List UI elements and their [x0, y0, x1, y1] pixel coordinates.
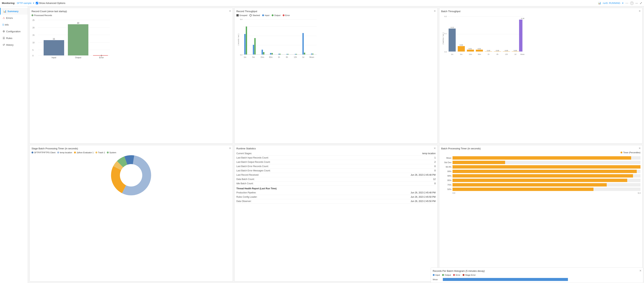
stat-label-1: Last Batch Input Records Count:	[236, 156, 269, 159]
jython-dot	[74, 152, 76, 153]
svg-text:25: 25	[32, 19, 35, 21]
stage-batch-close[interactable]: ✕	[229, 147, 231, 150]
minimize-icon[interactable]: —	[636, 2, 638, 5]
donut-container	[32, 155, 231, 196]
batch-throughput-chart: ( batches / sec ) 0.2 0.1 0.0 0.12 0.03 …	[441, 14, 640, 64]
show-advanced-label[interactable]: Show Advanced Options	[36, 2, 66, 5]
temp-label: temp location	[60, 151, 72, 154]
svg-rect-79	[519, 20, 522, 52]
legend-error: Error	[283, 14, 290, 17]
svg-rect-40	[295, 54, 296, 55]
svg-text:0.00: 0.00	[514, 50, 517, 52]
show-advanced-checkbox[interactable]	[36, 2, 38, 4]
hbar-mean: Mean	[441, 156, 640, 160]
sidebar-label-errors: Errors	[6, 17, 13, 20]
sidebar-item-info[interactable]: ℹ Info	[0, 21, 28, 28]
hbar-track-stddev	[452, 161, 640, 164]
svg-text:0.00: 0.00	[487, 50, 490, 52]
rpb-stage-error-dot	[462, 274, 464, 276]
svg-text:6h: 6h	[496, 53, 498, 55]
sidebar-item-errors[interactable]: ⚠ Errors	[0, 15, 28, 21]
hbar-50: 50%	[441, 188, 640, 191]
hbar-98: 98%	[441, 174, 640, 177]
output-bar	[68, 24, 88, 56]
stat-row-5: Last Record Received: Jun 26, 2023 2:45:…	[236, 173, 436, 177]
error-dot	[283, 14, 284, 16]
health-value-0: Jun 26, 2023 2:45:48 PM	[410, 191, 436, 194]
record-throughput-close[interactable]: ✕	[434, 10, 436, 13]
sidebar-item-history[interactable]: ↺ History	[0, 42, 28, 48]
health-value-1: Jun 26, 2023 2:45:50 PM	[410, 196, 436, 198]
rpb-stage-error-label: Stage Error	[465, 274, 476, 276]
svg-rect-43	[304, 53, 305, 55]
health-value-2: Jun 26, 2023 2:45:50 PM	[410, 200, 436, 202]
stat-value-3: 0	[434, 165, 436, 168]
svg-rect-73	[494, 51, 501, 52]
timer-label: Timer (Percentiles)	[623, 151, 640, 154]
hbar-track-mean	[452, 156, 640, 160]
rpb-output-label: Output	[445, 274, 451, 276]
runtime-stats-close[interactable]: ✕	[434, 147, 436, 150]
rpb-output-dot	[442, 274, 444, 276]
sidebar-item-configuration[interactable]: ⚙ Configuration	[0, 28, 28, 35]
rpb-error-label: Error	[456, 274, 460, 276]
svg-rect-31	[254, 38, 256, 55]
run-badge[interactable]: run5: RUNNING	[603, 2, 620, 5]
svg-text:11: 11	[53, 38, 55, 40]
grouped-label: Grouped	[240, 14, 248, 17]
hbar-fill-99	[452, 170, 637, 173]
sftp-label: SFTP/FTP/FTPS Client	[34, 151, 56, 154]
record-count-close[interactable]: ✕	[229, 10, 231, 13]
rpb-input-label: Input	[435, 274, 440, 276]
svg-text:0.01: 0.01	[469, 48, 472, 50]
sftp-link[interactable]: SFTP-sample	[16, 2, 31, 5]
svg-text:( batches / sec ): ( batches / sec )	[442, 33, 444, 45]
sidebar-item-rules[interactable]: ☰ Rules	[0, 35, 28, 42]
svg-text:1h: 1h	[488, 53, 490, 55]
hbar-track-999	[452, 165, 640, 169]
record-throughput-panel: Record Throughput ✕ Grouped Stacked Inpu…	[234, 8, 438, 144]
svg-rect-38	[286, 54, 288, 55]
stat-value-0: temp location	[422, 152, 436, 155]
topbar-left: Monitoring: SFTP-sample ▾ Show Advanced …	[2, 2, 66, 5]
batch-throughput-close[interactable]: ✕	[638, 10, 641, 13]
run-dropdown-icon[interactable]: ▾	[622, 2, 624, 5]
maximize-icon[interactable]: ⤢	[640, 1, 642, 5]
legend-rpb-output: Output	[442, 274, 451, 276]
sidebar-label-info: Info	[5, 23, 9, 26]
stats-table: Current Stages: temp location Last Batch…	[236, 151, 436, 203]
help-icon[interactable]: ?	[630, 2, 634, 5]
batch-timer-panel: Batch Processing Timer (in seconds) ✕ Ti…	[439, 145, 642, 281]
hbar-track-75	[452, 183, 640, 186]
records-per-batch-close[interactable]: ✕	[639, 269, 642, 272]
svg-text:0.2: 0.2	[444, 16, 447, 17]
batch-timer-close[interactable]: ✕	[638, 147, 641, 150]
health-label-0: Production Pipeline:	[236, 191, 256, 194]
donut-hole	[120, 164, 142, 186]
svg-rect-34	[270, 53, 271, 55]
sidebar-item-summary[interactable]: 📊 Summary	[0, 8, 28, 15]
legend-trash: Trash 1	[96, 151, 105, 154]
svg-text:12h: 12h	[505, 53, 508, 55]
hbar-chart: Mean Std Dev 99.9%	[441, 154, 640, 196]
svg-text:0: 0	[32, 55, 34, 57]
stacked-label: Stacked	[252, 14, 260, 17]
input-label: Input	[265, 14, 269, 17]
sidebar-label-config: Configuration	[6, 30, 20, 33]
rules-icon: ☰	[2, 37, 5, 40]
svg-text:( records / sec ): ( records / sec )	[238, 34, 240, 46]
dropdown-arrow-icon[interactable]: ▾	[33, 2, 34, 5]
grouped-icon	[236, 14, 239, 17]
batch-timer-legend: Timer (Percentiles)	[441, 151, 640, 154]
records-per-batch-title: Records Per Batch Histogram (5 minutes d…	[433, 269, 641, 272]
svg-text:15m: 15m	[469, 53, 472, 55]
more-icon[interactable]: ⋯	[625, 1, 628, 5]
legend-rpb-input: Input	[433, 274, 440, 276]
svg-rect-75	[503, 51, 510, 52]
legend-rpb-error: Error	[453, 274, 460, 276]
summary-icon: 📊	[3, 10, 6, 13]
legend-rpb-stage-error: Stage Error	[462, 274, 476, 276]
stat-row-2: Last Batch Output Records Count: 2	[236, 160, 436, 164]
svg-text:0.18: 0.18	[521, 18, 524, 20]
legend-input: Input	[262, 14, 269, 17]
